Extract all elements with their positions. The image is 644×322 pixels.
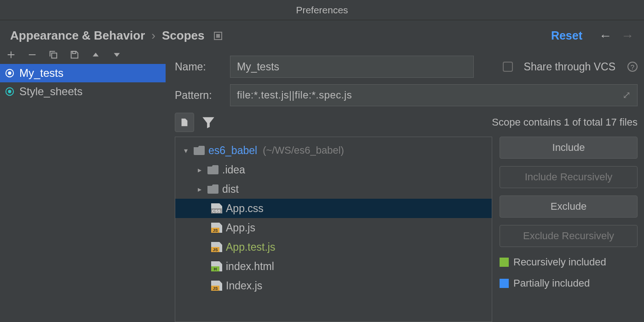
scope-editor: Name: Share through VCS ? Pattern: file:… (166, 47, 644, 322)
tree-item-label: dist (222, 183, 239, 196)
copy-icon[interactable] (48, 49, 59, 60)
tree-file-index-js[interactable]: JS Index.js (175, 276, 492, 295)
legend-label: Partially included (513, 277, 590, 289)
svg-rect-1 (72, 52, 75, 54)
move-up-icon[interactable] (90, 49, 101, 60)
tree-file-app-test-js[interactable]: JS App.test.js (175, 237, 492, 257)
exclude-button[interactable]: Exclude (500, 196, 638, 218)
exclude-recursively-button[interactable]: Exclude Recursively (500, 225, 638, 247)
scope-item-label: Style_sheets (19, 85, 82, 98)
tree-item-label: App.css (226, 202, 264, 215)
pattern-value: file:*.test.js||file:*.spec.js (237, 89, 352, 101)
add-icon[interactable] (6, 49, 17, 60)
breadcrumb-leaf[interactable]: Scopes (162, 29, 205, 43)
legend-partially-included: Partially included (500, 277, 638, 289)
name-input[interactable] (230, 56, 474, 78)
remove-icon[interactable] (27, 49, 38, 60)
tree-folder-dist[interactable]: ▸ dist (175, 179, 492, 199)
project-path: (~/WS/es6_babel) (263, 144, 344, 156)
new-file-icon[interactable] (175, 113, 194, 132)
name-label: Name: (175, 61, 221, 73)
header-bar: Appearance & Behavior › Scopes Reset ← → (0, 20, 644, 47)
scope-shared-icon (5, 86, 15, 97)
filter-icon[interactable] (201, 115, 216, 130)
tree-folder-idea[interactable]: ▸ .idea (175, 160, 492, 179)
tree-item-label: .idea (222, 164, 245, 176)
help-icon[interactable]: ? (627, 62, 638, 72)
tree-project-root[interactable]: ▾ es6_babel (~/WS/es6_babel) (175, 141, 492, 160)
tree-item-label: App.test.js (226, 241, 275, 253)
chevron-right-icon[interactable]: ▸ (196, 166, 204, 174)
file-js-icon: JS (211, 223, 222, 233)
structure-icon[interactable] (214, 32, 222, 40)
scope-buttons: Include Include Recursively Exclude Excl… (500, 137, 638, 322)
chevron-down-icon[interactable]: ▾ (182, 146, 190, 155)
legend-label: Recursively included (513, 256, 606, 268)
reset-button[interactable]: Reset (551, 29, 582, 42)
scope-item-my-tests[interactable]: My_tests (0, 64, 166, 82)
window-title: Preferences (0, 0, 644, 20)
file-html-icon: H (211, 261, 222, 271)
scope-local-icon (5, 68, 15, 78)
tree-file-app-css[interactable]: CSS App.css (175, 199, 492, 218)
forward-icon: → (621, 29, 634, 42)
move-down-icon[interactable] (111, 49, 122, 60)
breadcrumb-separator-icon: › (151, 29, 155, 43)
scope-item-style-sheets[interactable]: Style_sheets (0, 82, 166, 101)
scope-count-text: Scope contains 1 of total 17 files (492, 116, 638, 128)
svg-point-5 (8, 90, 11, 93)
tree-file-index-html[interactable]: H index.html (175, 257, 492, 276)
scopes-toolbar (0, 47, 166, 64)
breadcrumb-root[interactable]: Appearance & Behavior (10, 29, 145, 43)
share-vcs-checkbox[interactable] (503, 62, 513, 72)
file-css-icon: CSS (211, 203, 222, 213)
tree-item-label: Index.js (226, 280, 262, 292)
tree-file-app-js[interactable]: JS App.js (175, 218, 492, 237)
folder-icon (194, 146, 205, 155)
svg-point-3 (8, 71, 11, 75)
include-recursively-button[interactable]: Include Recursively (500, 166, 638, 188)
pattern-input[interactable]: file:*.test.js||file:*.spec.js ⤢ (230, 84, 638, 106)
tree-item-label: App.js (226, 222, 255, 234)
tree-item-label: index.html (226, 260, 274, 273)
save-icon[interactable] (69, 49, 80, 60)
breadcrumb: Appearance & Behavior › Scopes (10, 29, 222, 43)
file-js-icon: JS (211, 281, 222, 291)
swatch-blue-icon (500, 279, 509, 288)
chevron-right-icon[interactable]: ▸ (196, 185, 204, 194)
folder-icon (207, 165, 218, 174)
file-js-icon: JS (211, 242, 222, 252)
back-icon[interactable]: ← (599, 29, 612, 42)
file-tree[interactable]: ▾ es6_babel (~/WS/es6_babel) ▸ .idea ▸ d… (175, 137, 492, 322)
scope-item-label: My_tests (19, 67, 63, 80)
expand-icon[interactable]: ⤢ (622, 89, 631, 101)
swatch-green-icon (500, 258, 509, 267)
legend-recursively-included: Recursively included (500, 256, 638, 268)
project-name: es6_babel (208, 144, 257, 157)
pattern-label: Pattern: (175, 89, 221, 102)
svg-rect-0 (52, 53, 57, 58)
scopes-sidebar: My_tests Style_sheets (0, 47, 166, 322)
folder-icon (207, 184, 218, 194)
share-vcs-label: Share through VCS (524, 61, 615, 73)
scopes-list: My_tests Style_sheets (0, 64, 166, 322)
include-button[interactable]: Include (500, 137, 638, 159)
